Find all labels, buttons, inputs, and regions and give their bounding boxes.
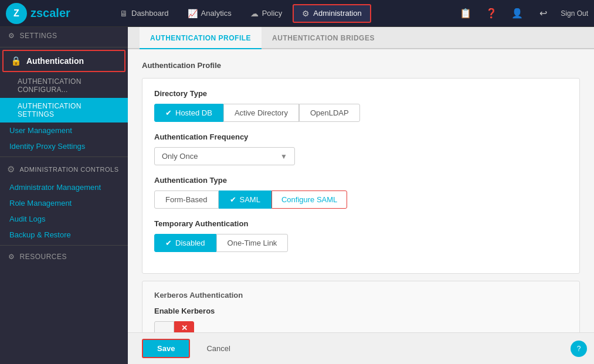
nav-item-analytics[interactable]: 📈 Analytics xyxy=(179,5,240,22)
nav-item-dashboard[interactable]: 🖥 Dashboard xyxy=(111,5,177,22)
saml-label: SAML xyxy=(240,195,260,204)
sidebar-authentication-header[interactable]: 🔒 Authentication xyxy=(2,50,125,72)
one-time-link-label: One-Time Link xyxy=(228,239,277,247)
logo-area: Z zscaler xyxy=(6,3,111,24)
sidebar-backup-restore[interactable]: Backup & Restore xyxy=(0,227,128,243)
user-management-label: User Management xyxy=(9,126,72,135)
footer-bar: Save Cancel xyxy=(128,332,594,364)
help-icon[interactable]: ❓ xyxy=(483,5,500,22)
auth-frequency-label: Authentication Frequency xyxy=(154,132,568,141)
sidebar-auth-settings[interactable]: Authentication Settings xyxy=(0,98,128,123)
kerberos-section: Kerberos Authentication Enable Kerberos … xyxy=(142,281,580,332)
save-button[interactable]: Save xyxy=(142,339,190,358)
admin-icon: ⚙ xyxy=(7,164,15,175)
sign-out-label[interactable]: Sign Out xyxy=(561,9,588,18)
settings-label: Settings xyxy=(20,32,57,40)
btn-configure-saml[interactable]: Configure SAML xyxy=(271,190,347,209)
settings-icon: ⚙ xyxy=(8,32,15,40)
sidebar-admin-controls-header: ⚙ ADMINISTRATION CONTROLS xyxy=(0,159,128,179)
auth-type-field: Authentication Type Form-Based ✔ SAML Co… xyxy=(154,176,568,209)
sidebar-audit-logs[interactable]: Audit Logs xyxy=(0,211,128,227)
sidebar-admin-management[interactable]: Administrator Management xyxy=(0,179,128,195)
temp-auth-btn-group: ✔ Disabled One-Time Link xyxy=(154,234,568,252)
floating-help-button[interactable]: ? xyxy=(571,341,587,357)
hosted-db-label: Hosted DB xyxy=(175,108,212,117)
sidebar-resources[interactable]: ⚙ Resources xyxy=(0,248,128,266)
directory-type-label: Directory Type xyxy=(154,89,568,98)
tab-auth-bridges[interactable]: Authentication Bridges xyxy=(262,27,385,49)
resources-label: Resources xyxy=(20,253,67,261)
reports-icon[interactable]: 📋 xyxy=(457,5,474,22)
temp-auth-label: Temporary Authentication xyxy=(154,219,568,228)
auth-frequency-value: Only Once xyxy=(162,152,198,161)
tabs-bar: Authentication Profile Authentication Br… xyxy=(128,27,594,49)
sidebar-role-management[interactable]: Role Management xyxy=(0,195,128,211)
toggle-off-side[interactable] xyxy=(154,321,174,332)
main-layout: ⚙ Settings 🔒 Authentication AUTHENTICATI… xyxy=(0,27,594,364)
saml-check-icon: ✔ xyxy=(230,195,236,204)
btn-openldap[interactable]: OpenLDAP xyxy=(299,104,360,122)
btn-one-time-link[interactable]: One-Time Link xyxy=(216,234,288,252)
hosted-db-check: ✔ xyxy=(165,108,172,117)
content-area: Authentication Profile Authentication Br… xyxy=(128,27,594,364)
kerberos-section-title: Kerberos Authentication xyxy=(154,291,568,300)
tab-auth-profile-label: Authentication Profile xyxy=(150,34,251,42)
signout-icon[interactable]: ↩ xyxy=(535,5,551,22)
auth-type-label: Authentication Type xyxy=(154,176,568,185)
tab-auth-profile[interactable]: Authentication Profile xyxy=(140,27,262,49)
nav-items: 🖥 Dashboard 📈 Analytics ☁ Policy ⚙ Admin… xyxy=(111,4,457,23)
nav-analytics-label: Analytics xyxy=(201,9,232,18)
btn-saml[interactable]: ✔ SAML xyxy=(219,190,271,209)
auth-settings-label: Authentication Settings xyxy=(18,102,82,118)
top-navigation: Z zscaler 🖥 Dashboard 📈 Analytics ☁ Poli… xyxy=(0,0,594,27)
nav-item-policy[interactable]: ☁ Policy xyxy=(242,5,291,22)
auth-type-btn-group: Form-Based ✔ SAML Configure SAML xyxy=(154,190,568,209)
auth-profile-section-title: Authentication Profile xyxy=(142,61,580,70)
audit-logs-label: Audit Logs xyxy=(9,215,45,223)
configure-saml-label: Configure SAML xyxy=(281,195,337,204)
temp-auth-field: Temporary Authentication ✔ Disabled One-… xyxy=(154,219,568,252)
auth-frequency-field: Authentication Frequency Only Once ▼ xyxy=(154,132,568,165)
user-icon[interactable]: 👤 xyxy=(509,5,525,22)
resources-icon: ⚙ xyxy=(8,253,15,261)
cancel-button[interactable]: Cancel xyxy=(197,340,239,357)
dropdown-arrow-icon: ▼ xyxy=(280,152,287,161)
disabled-label: Disabled xyxy=(175,239,205,247)
auth-form-section: Directory Type ✔ Hosted DB Active Direct… xyxy=(142,78,580,274)
form-based-label: Form-Based xyxy=(165,195,208,204)
policy-icon: ☁ xyxy=(250,9,259,18)
btn-form-based[interactable]: Form-Based xyxy=(154,190,219,209)
btn-active-directory[interactable]: Active Directory xyxy=(223,104,299,122)
btn-disabled[interactable]: ✔ Disabled xyxy=(154,234,216,252)
admin-controls-label: ADMINISTRATION CONTROLS xyxy=(20,166,119,173)
backup-restore-label: Backup & Restore xyxy=(9,230,71,239)
administration-icon: ⚙ xyxy=(302,9,310,18)
sidebar-settings[interactable]: ⚙ Settings xyxy=(0,27,128,45)
nav-right-area: 📋 ❓ 👤 ↩ Sign Out xyxy=(457,5,588,22)
sidebar-auth-config[interactable]: AUTHENTICATION CONFIGURA... xyxy=(0,73,128,98)
content-scroll: Authentication Profile Directory Type ✔ … xyxy=(128,49,594,332)
analytics-icon: 📈 xyxy=(188,9,198,18)
nav-item-administration[interactable]: ⚙ Administration xyxy=(293,4,371,23)
toggle-x-side[interactable]: ✕ xyxy=(174,321,194,332)
nav-dashboard-label: Dashboard xyxy=(131,9,169,18)
role-management-label: Role Management xyxy=(9,199,72,207)
auth-frequency-dropdown[interactable]: Only Once ▼ xyxy=(154,147,295,165)
identity-proxy-label: Identity Proxy Settings xyxy=(9,142,85,151)
kerberos-toggle[interactable]: ✕ xyxy=(154,321,568,332)
active-directory-label: Active Directory xyxy=(235,108,288,117)
dashboard-icon: 🖥 xyxy=(120,9,128,18)
btn-hosted-db[interactable]: ✔ Hosted DB xyxy=(154,104,223,122)
sidebar-identity-proxy[interactable]: Identity Proxy Settings xyxy=(0,138,128,154)
openldap-label: OpenLDAP xyxy=(310,108,349,117)
disabled-check-icon: ✔ xyxy=(165,239,172,247)
directory-type-field: Directory Type ✔ Hosted DB Active Direct… xyxy=(154,89,568,122)
logo-text: zscaler xyxy=(30,6,70,20)
tab-auth-bridges-label: Authentication Bridges xyxy=(272,34,375,42)
authentication-header-label: Authentication xyxy=(26,56,84,66)
logo-icon: Z xyxy=(6,3,27,24)
sidebar-user-management[interactable]: User Management xyxy=(0,123,128,138)
nav-administration-label: Administration xyxy=(313,9,361,18)
sidebar: ⚙ Settings 🔒 Authentication AUTHENTICATI… xyxy=(0,27,128,364)
lock-icon: 🔒 xyxy=(11,56,22,66)
